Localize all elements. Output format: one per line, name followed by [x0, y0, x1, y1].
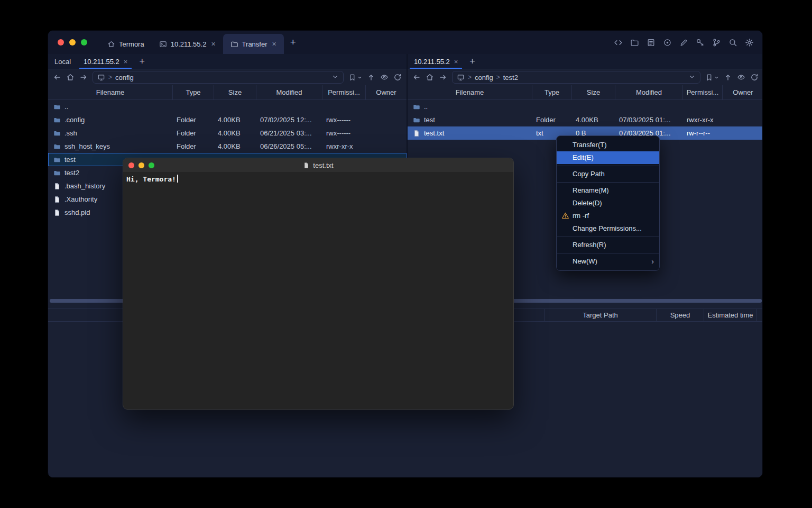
- filename: test: [424, 116, 435, 124]
- menu-item-copy-path[interactable]: Copy Path: [557, 168, 659, 180]
- breadcrumb[interactable]: test2: [503, 74, 518, 81]
- close-tab-icon[interactable]: ×: [124, 58, 128, 66]
- record-icon[interactable]: [663, 38, 672, 47]
- column-header[interactable]: Target Path: [544, 309, 656, 321]
- minimize-window-button[interactable]: [69, 39, 76, 46]
- terminal-icon: [159, 40, 167, 48]
- column-header[interactable]: Filename: [48, 85, 172, 99]
- menu-item-edit[interactable]: Edit(E): [557, 151, 659, 164]
- new-tab-button[interactable]: +: [284, 37, 302, 48]
- minimize-window-button[interactable]: [139, 162, 144, 168]
- refresh-icon[interactable]: [393, 73, 402, 81]
- chevron-down-icon[interactable]: [331, 73, 339, 82]
- column-header[interactable]: Speed: [656, 309, 704, 321]
- close-window-button[interactable]: [128, 162, 134, 168]
- menu-item-new[interactable]: New(W) ›: [557, 255, 659, 268]
- upload-icon[interactable]: [724, 73, 732, 81]
- close-tab-icon[interactable]: ×: [211, 40, 215, 48]
- editor-title: test.txt: [313, 161, 333, 169]
- column-header[interactable]: Size: [571, 85, 615, 99]
- folder-icon: [53, 156, 61, 164]
- filename: test2: [64, 169, 79, 177]
- home-icon[interactable]: [66, 73, 75, 81]
- filename: .bash_history: [64, 182, 105, 190]
- column-header[interactable]: Type: [532, 85, 571, 99]
- column-header[interactable]: Modified: [615, 85, 682, 99]
- toolbar: [614, 38, 762, 47]
- code-icon[interactable]: [614, 38, 623, 47]
- column-header[interactable]: Modified: [256, 85, 322, 99]
- tab-local[interactable]: Local: [48, 54, 77, 69]
- close-tab-icon[interactable]: ×: [272, 40, 276, 48]
- new-panel-tab-button[interactable]: +: [134, 54, 150, 69]
- bookmark-button[interactable]: [348, 74, 362, 81]
- tab-label: 10.211.55.2: [84, 58, 119, 66]
- context-menu: Transfer(T) Edit(E) Copy Path Rename(M) …: [556, 135, 660, 271]
- folder-icon[interactable]: [630, 38, 639, 47]
- tab-transfer[interactable]: Transfer ×: [223, 34, 284, 54]
- warning-icon: [561, 212, 569, 220]
- settings-icon[interactable]: [745, 38, 754, 47]
- tab-host-left[interactable]: 10.211.55.2 ×: [77, 54, 134, 69]
- maximize-window-button[interactable]: [149, 162, 154, 168]
- column-header[interactable]: Estimated time: [704, 309, 756, 321]
- file-row[interactable]: .config Folder4.00KB07/02/2025 12:...rwx…: [48, 113, 407, 126]
- forward-icon[interactable]: [79, 73, 88, 81]
- menu-item-rm-rf[interactable]: rm -rf: [557, 210, 659, 222]
- close-tab-icon[interactable]: ×: [454, 58, 458, 66]
- column-header[interactable]: Size: [214, 85, 256, 99]
- column-header[interactable]: Permissi...: [682, 85, 722, 99]
- bookmark-button[interactable]: [705, 74, 719, 81]
- tab-termora[interactable]: Termora: [100, 34, 152, 54]
- pencil-icon[interactable]: [679, 38, 688, 47]
- home-icon[interactable]: [426, 73, 434, 81]
- column-header[interactable]: Owner: [365, 85, 407, 99]
- file-row[interactable]: test Folder4.00KB07/03/2025 01:...rwxr-x…: [408, 113, 763, 126]
- column-header[interactable]: Filename: [408, 85, 532, 99]
- path-bar[interactable]: > config: [93, 71, 344, 84]
- tab-host-right[interactable]: 10.211.55.2 ×: [408, 54, 464, 69]
- tab-host[interactable]: 10.211.55.2 ×: [152, 34, 223, 54]
- left-navbar: > config: [48, 69, 407, 85]
- back-icon[interactable]: [412, 73, 421, 81]
- file-icon: [53, 183, 61, 190]
- path-bar[interactable]: > config > test2: [452, 71, 700, 84]
- breadcrumb[interactable]: config: [475, 74, 493, 81]
- chevron-down-icon[interactable]: [688, 73, 696, 82]
- report-icon[interactable]: [647, 38, 656, 47]
- column-header[interactable]: Type: [172, 85, 214, 99]
- menu-item-transfer[interactable]: Transfer(T): [557, 139, 659, 151]
- app-tabs: Termora 10.211.55.2 × Transfer × +: [100, 31, 302, 54]
- menu-item-change-permissions[interactable]: Change Permissions...: [557, 222, 659, 235]
- menu-divider: [557, 182, 659, 183]
- file-icon: [53, 196, 61, 203]
- key-icon[interactable]: [696, 38, 705, 47]
- column-header[interactable]: Permissi...: [322, 85, 365, 99]
- menu-item-rename[interactable]: Rename(M): [557, 184, 659, 197]
- editor-content[interactable]: Hi, Termora!: [123, 172, 513, 186]
- branch-icon[interactable]: [712, 38, 721, 47]
- forward-icon[interactable]: [439, 73, 447, 81]
- upload-icon[interactable]: [367, 73, 375, 81]
- new-panel-tab-button[interactable]: +: [464, 54, 481, 69]
- editor-titlebar[interactable]: test.txt: [123, 158, 513, 172]
- back-icon[interactable]: [53, 73, 61, 81]
- show-hidden-icon[interactable]: [380, 73, 389, 81]
- file-row[interactable]: ssh_host_keys Folder4.00KB06/26/2025 05:…: [48, 140, 407, 153]
- column-header[interactable]: Owner: [722, 85, 763, 99]
- close-window-button[interactable]: [58, 39, 64, 46]
- breadcrumb[interactable]: config: [115, 74, 134, 81]
- refresh-icon[interactable]: [750, 73, 759, 81]
- file-row[interactable]: .ssh Folder4.00KB06/21/2025 03:...rwx---…: [48, 126, 407, 140]
- show-hidden-icon[interactable]: [737, 73, 745, 81]
- menu-item-delete[interactable]: Delete(D): [557, 197, 659, 210]
- menu-item-refresh[interactable]: Refresh(R): [557, 239, 659, 251]
- menu-item-label: rm -rf: [573, 212, 589, 220]
- chevron-down-icon: [714, 75, 719, 80]
- file-row[interactable]: ..: [48, 100, 407, 113]
- filename: ssh_host_keys: [64, 142, 110, 150]
- file-row[interactable]: ..: [408, 100, 763, 113]
- editor-text: Hi, Termora!: [126, 175, 176, 183]
- maximize-window-button[interactable]: [81, 39, 87, 46]
- search-icon[interactable]: [728, 38, 737, 47]
